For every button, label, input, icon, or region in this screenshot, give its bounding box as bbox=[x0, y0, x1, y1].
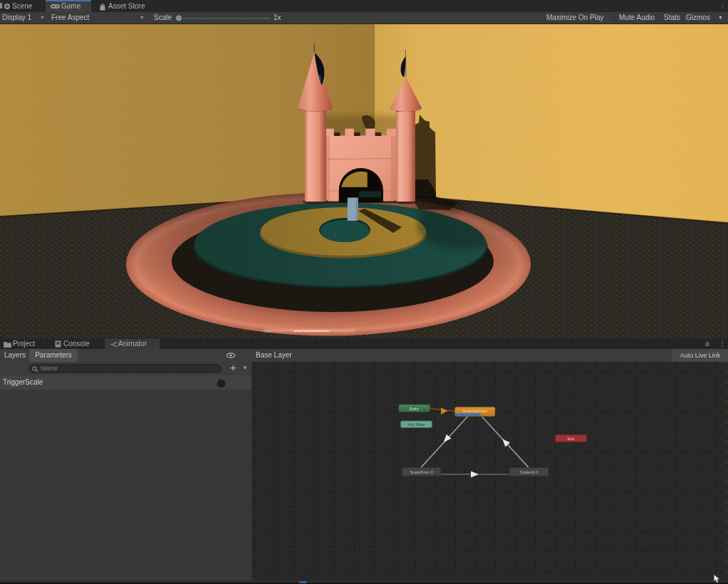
svg-text:ScaleUpDown: ScaleUpDown bbox=[462, 409, 487, 413]
svg-text:Entry: Entry bbox=[410, 407, 419, 411]
svg-text:Any State: Any State bbox=[408, 422, 425, 427]
svg-text:Exit: Exit bbox=[568, 437, 575, 441]
svg-text:ScaleDown 0: ScaleDown 0 bbox=[410, 470, 432, 474]
svg-text:ScaleUp 0: ScaleUp 0 bbox=[520, 470, 538, 474]
